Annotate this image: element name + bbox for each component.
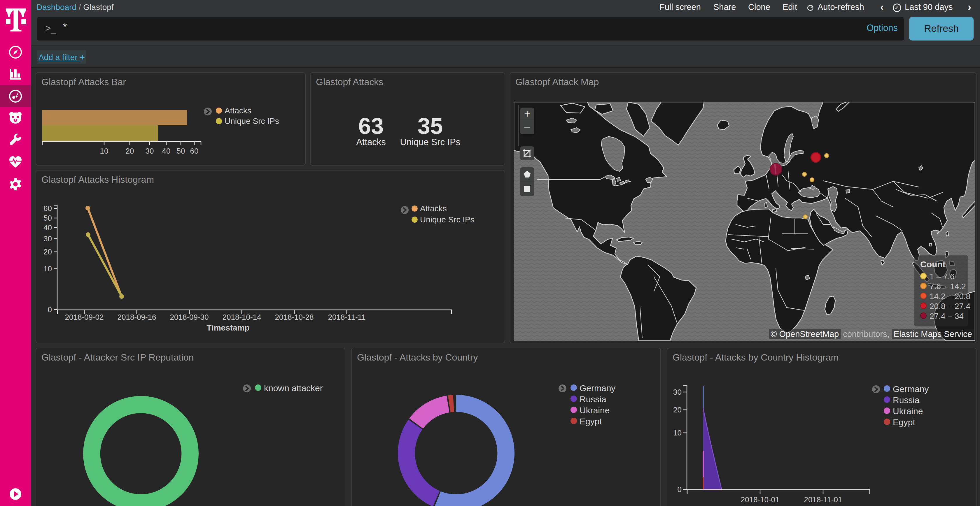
svg-text:2018-09-02: 2018-09-02 (65, 313, 104, 322)
svg-text:2018-09-16: 2018-09-16 (118, 313, 156, 322)
svg-text:10: 10 (100, 147, 108, 155)
svg-text:10: 10 (43, 264, 52, 273)
svg-text:2018-10-14: 2018-10-14 (223, 313, 261, 322)
svg-text:10: 10 (673, 428, 682, 437)
svg-text:2018-11-01: 2018-11-01 (804, 495, 842, 504)
svg-text:Timestamp: Timestamp (757, 505, 799, 506)
svg-text:50: 50 (43, 214, 52, 222)
svg-text:2018-10-28: 2018-10-28 (275, 313, 314, 322)
svg-text:30: 30 (43, 234, 52, 243)
svg-text:20: 20 (126, 147, 134, 155)
svg-text:20: 20 (673, 405, 682, 414)
svg-text:Timestamp: Timestamp (207, 323, 250, 332)
svg-text:50: 50 (177, 147, 185, 155)
svg-text:30: 30 (146, 147, 154, 155)
svg-text:60: 60 (190, 147, 199, 155)
svg-text:20: 20 (43, 247, 52, 256)
svg-text:40: 40 (43, 223, 52, 232)
svg-text:2018-09-30: 2018-09-30 (170, 313, 209, 322)
svg-text:0: 0 (678, 485, 682, 494)
svg-text:2018-11-11: 2018-11-11 (328, 313, 366, 322)
svg-text:0: 0 (48, 305, 52, 314)
svg-text:60: 60 (43, 204, 52, 213)
svg-text:40: 40 (162, 147, 171, 155)
svg-text:30: 30 (673, 388, 682, 397)
svg-text:2018-10-01: 2018-10-01 (741, 495, 780, 504)
